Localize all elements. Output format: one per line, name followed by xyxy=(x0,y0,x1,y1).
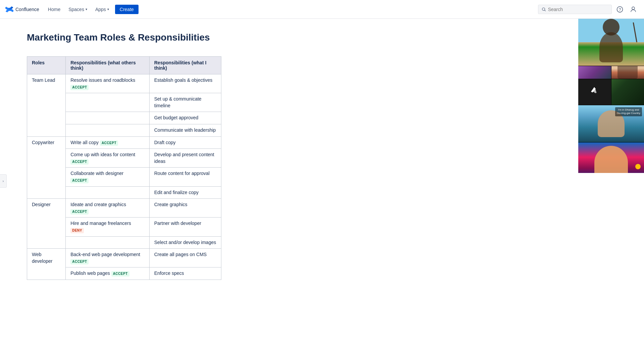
nav-home[interactable]: Home xyxy=(45,5,64,14)
table-header-row: Roles Responsibilities (what others thin… xyxy=(27,57,221,74)
resp-mine-cell: Create graphics xyxy=(149,199,221,218)
svg-text:?: ? xyxy=(619,7,621,12)
resp-others-cell-empty xyxy=(66,112,150,124)
nav-apps[interactable]: Apps ▾ xyxy=(92,5,112,14)
resp-others-cell: Back-end web page development ACCEPT xyxy=(66,249,150,267)
resp-mine-cell: Select and/or develop images xyxy=(149,236,221,249)
resp-mine-cell: Create all pages on CMS xyxy=(149,249,221,267)
resp-mine-cell: Edit and finalize copy xyxy=(149,186,221,199)
roles-table: Roles Responsibilities (what others thin… xyxy=(27,56,221,280)
resp-others-cell: Publish web pages ACCEPT xyxy=(66,267,150,280)
resp-others-cell: Ideate and create graphics ACCEPT xyxy=(66,199,150,218)
resp-others-cell: Hire and manage freelancers DENY xyxy=(66,218,150,236)
resp-mine-cell: Partner with developer xyxy=(149,218,221,236)
accept-badge: ACCEPT xyxy=(70,159,89,165)
video-cell-atlassian xyxy=(578,79,611,105)
accept-badge: ACCEPT xyxy=(70,259,89,264)
resp-others-cell-empty xyxy=(66,93,150,112)
table-row: Copywriter Write all copy ACCEPT Draft c… xyxy=(27,136,221,149)
video-cell-3 xyxy=(611,66,644,79)
video-grid-row1 xyxy=(578,66,644,105)
col-resp-others: Responsibilities (what others think) xyxy=(66,57,150,74)
accept-badge: ACCEPT xyxy=(70,178,89,183)
resp-others-cell: Resolve issues and roadblocks ACCEPT xyxy=(66,74,150,93)
video-cell-5 xyxy=(578,142,644,173)
logo-text: Confluence xyxy=(15,7,39,12)
atlassian-icon xyxy=(588,85,601,99)
video-cell-4 xyxy=(611,79,644,105)
resp-mine-cell: Route content for approval xyxy=(149,168,221,186)
search-icon xyxy=(542,7,546,12)
help-button[interactable]: ? xyxy=(614,4,625,15)
video-panel: I'm in Dharug andGu-ring-gai Country xyxy=(578,19,644,173)
col-roles: Roles xyxy=(27,57,66,74)
confluence-logo[interactable]: Confluence xyxy=(5,5,39,13)
role-webdev: Web developer xyxy=(27,249,66,280)
resp-mine-cell: Establish goals & objectives xyxy=(149,74,221,93)
video-cell-caption: I'm in Dharug andGu-ring-gai Country xyxy=(578,105,644,142)
resp-mine-cell: Communicate with leadership xyxy=(149,124,221,136)
table-row: Designer Ideate and create graphics ACCE… xyxy=(27,199,221,218)
profile-button[interactable] xyxy=(628,4,639,15)
accept-badge: ACCEPT xyxy=(70,209,89,215)
video-cell-2 xyxy=(578,66,611,79)
role-copywriter: Copywriter xyxy=(27,136,66,199)
resp-mine-cell: Enforce specs xyxy=(149,267,221,280)
search-box[interactable] xyxy=(538,5,612,14)
accept-badge: ACCEPT xyxy=(111,271,129,277)
video-cell-1 xyxy=(578,19,644,66)
accept-badge: ACCEPT xyxy=(70,85,89,90)
resp-others-cell: Come up with ideas for content ACCEPT xyxy=(66,149,150,168)
sidebar-toggle[interactable]: › xyxy=(0,174,7,188)
accept-badge: ACCEPT xyxy=(100,140,118,146)
resp-mine-cell: Set up & communicate timeline xyxy=(149,93,221,112)
create-button[interactable]: Create xyxy=(115,5,139,14)
nav-links: Home Spaces ▾ Apps ▾ Create xyxy=(45,5,139,14)
role-designer: Designer xyxy=(27,199,66,249)
deny-badge: DENY xyxy=(70,228,84,233)
resp-others-cell-empty xyxy=(66,124,150,136)
table-row: Team Lead Resolve issues and roadblocks … xyxy=(27,74,221,93)
page-title: Marketing Team Roles & Responsibilities xyxy=(27,32,389,43)
apps-chevron-icon: ▾ xyxy=(107,7,109,11)
resp-others-cell-empty xyxy=(66,236,150,249)
col-resp-mine: Responsibilities (what I think) xyxy=(149,57,221,74)
resp-mine-cell: Get budget approved xyxy=(149,112,221,124)
role-team-lead: Team Lead xyxy=(27,74,66,137)
resp-mine-cell: Draft copy xyxy=(149,136,221,149)
resp-others-cell-empty xyxy=(66,186,150,199)
nav-spaces[interactable]: Spaces ▾ xyxy=(65,5,91,14)
main-content: Marketing Team Roles & Responsibilities … xyxy=(7,19,409,293)
resp-mine-cell: Develop and present content ideas xyxy=(149,149,221,168)
nav-right: ? xyxy=(538,4,639,15)
spaces-chevron-icon: ▾ xyxy=(86,7,87,11)
top-navigation: Confluence Home Spaces ▾ Apps ▾ Create ? xyxy=(0,0,644,19)
video-caption-text: I'm in Dharug andGu-ring-gai Country xyxy=(615,107,642,116)
resp-others-cell: Write all copy ACCEPT xyxy=(66,136,150,149)
search-input[interactable] xyxy=(548,7,608,12)
table-row: Web developer Back-end web page developm… xyxy=(27,249,221,267)
resp-others-cell: Collaborate with designer ACCEPT xyxy=(66,168,150,186)
